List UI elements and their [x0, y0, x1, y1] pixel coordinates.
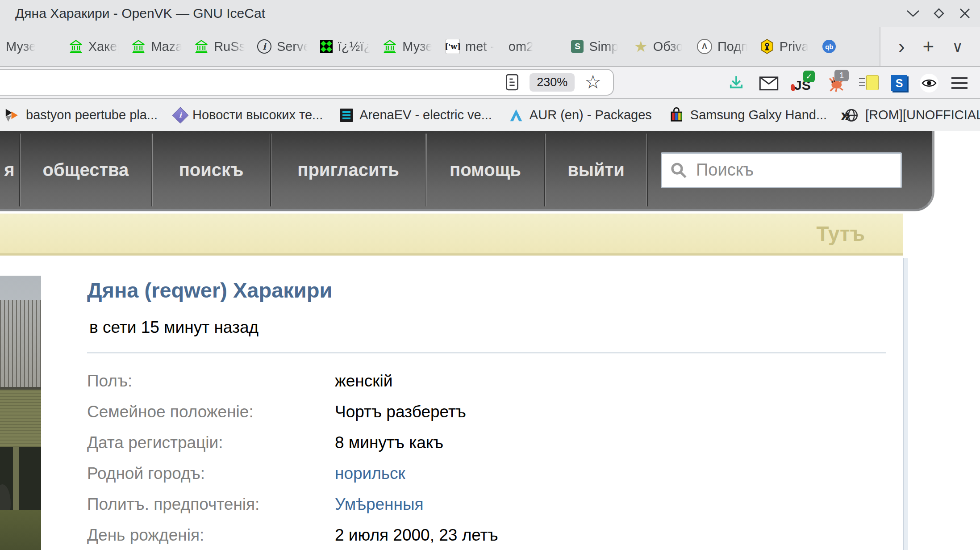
- wiktionary-icon: ['w]: [446, 39, 460, 54]
- hometown-link[interactable]: норильск: [335, 464, 405, 483]
- profile-row-registered: Дата регистраціи: 8 минутъ какъ: [87, 427, 846, 458]
- bookmark-novosti[interactable]: i Новости высоких те...: [175, 108, 323, 122]
- url-bar[interactable]: 230% ☆: [0, 69, 614, 96]
- new-tab-button[interactable]: +: [923, 37, 934, 56]
- avatar-photo[interactable]: [0, 276, 41, 550]
- compass-circle-icon: Λ: [697, 39, 712, 54]
- bank-icon: [194, 39, 209, 54]
- reader-mode-icon[interactable]: [505, 73, 520, 92]
- political-link[interactable]: Умѣренныя: [335, 495, 424, 514]
- tab-label: Serve: [277, 39, 309, 54]
- tab-met[interactable]: ['w] met -: [440, 27, 503, 66]
- downloads-button[interactable]: [727, 74, 746, 92]
- close-icon: [959, 7, 971, 20]
- arenaev-icon: [340, 109, 353, 122]
- titlebar: Дяна Харакири - OpenVK — GNU IceCat: [0, 0, 980, 27]
- bookmark-aur[interactable]: AUR (en) - Packages: [509, 108, 652, 122]
- site-banner: Тутъ: [0, 214, 903, 256]
- profile-row-hometown: Родной городъ: норильск: [87, 458, 846, 489]
- tab-label: Музе: [402, 39, 433, 54]
- arch-linux-icon: [509, 108, 523, 122]
- bookmark-rom[interactable]: [ROM][UNOFFICIAL][...: [844, 108, 980, 123]
- tab-muze-2[interactable]: Музе: [377, 27, 440, 66]
- tab-label: om2: [509, 39, 534, 54]
- menu-button[interactable]: [951, 77, 967, 89]
- profile-row-gender: Полъ: женскій: [87, 365, 846, 396]
- bookmarks-bar: bastyon peertube pla... i Новости высоки…: [0, 99, 980, 131]
- tab-label: Подп: [717, 39, 748, 54]
- librejs-icon[interactable]: JS ✓: [792, 73, 813, 93]
- profile-row-political: Политъ. предпочтенія: Умѣренныя: [87, 489, 846, 520]
- tab-list-dropdown-button[interactable]: ∨: [952, 39, 963, 54]
- tab-scroll-right-button[interactable]: ›: [898, 37, 905, 56]
- tab-maza[interactable]: Maza: [125, 27, 188, 66]
- diamond-icon: [932, 7, 946, 20]
- tab-strip: Музе Хакер Maza RuSs i Serve ï¿½ï¿½: [0, 27, 880, 66]
- tab-label: Priva: [780, 39, 809, 54]
- tab-label: ï¿½ï¿½: [338, 39, 371, 54]
- maximize-button[interactable]: [926, 0, 952, 27]
- tab-muze-1[interactable]: Музе: [0, 27, 63, 66]
- tab-mojibake[interactable]: ï¿½ï¿½: [314, 27, 377, 66]
- nav-item-help[interactable]: помощь: [427, 131, 544, 209]
- building-wall: [0, 390, 41, 447]
- nav-item-search[interactable]: поискъ: [153, 131, 270, 209]
- info-diamond-icon: i: [172, 107, 189, 123]
- bookmark-bastyon[interactable]: bastyon peertube pla...: [4, 108, 158, 123]
- profile-info-table: Полъ: женскій Семейное положеніе: Чортъ …: [87, 365, 846, 550]
- tab-serve[interactable]: i Serve: [251, 27, 314, 66]
- eye-icon[interactable]: [920, 74, 938, 92]
- tab-label: met -: [465, 39, 495, 54]
- bank-icon: [383, 39, 397, 54]
- bookmark-samsung[interactable]: Samsung Galxy Hand...: [669, 107, 827, 123]
- zoom-level-button[interactable]: 230%: [530, 73, 575, 92]
- tab-label: Обзо: [653, 39, 684, 54]
- tab-simp[interactable]: S Simp: [565, 27, 628, 66]
- site-search-input[interactable]: [695, 160, 876, 180]
- nav-item-groups[interactable]: общества: [21, 131, 151, 209]
- qbittorrent-icon: qb: [822, 40, 836, 53]
- tab-om2[interactable]: om2: [503, 27, 566, 66]
- count-badge: 1: [834, 70, 849, 81]
- shopping-bag-icon: [669, 107, 684, 123]
- nav-item-logout[interactable]: выйти: [546, 131, 646, 209]
- tab-haker[interactable]: Хакер: [63, 27, 126, 66]
- tab-qbittorrent[interactable]: qb: [817, 27, 880, 66]
- info-circle-icon: i: [257, 39, 271, 54]
- nav-item-partial[interactable]: я: [0, 131, 19, 209]
- s-green-icon: S: [571, 40, 584, 53]
- tab-russ[interactable]: RuSs: [188, 27, 251, 66]
- keyhole-icon: [760, 39, 774, 54]
- search-icon: [669, 161, 688, 180]
- openvk-navbar: я общества поискъ пригласить помощь выйт…: [0, 131, 934, 211]
- profile-row-birthday: День рожденія: 2 июля 2000, 23 летъ: [87, 520, 846, 550]
- tab-label: Хакер: [88, 39, 120, 54]
- bookmark-arenaev[interactable]: ArenaEV - electric ve...: [340, 108, 492, 122]
- toolbar-icons: JS ✓ 1 S: [714, 67, 980, 99]
- tab-obzo[interactable]: ★ Обзо: [628, 27, 691, 66]
- green-checker-icon: [320, 40, 333, 53]
- star-olive-icon: ★: [634, 39, 647, 54]
- close-button[interactable]: [951, 0, 978, 27]
- minimize-button[interactable]: [900, 0, 926, 27]
- s-blue-extension-icon[interactable]: S: [891, 75, 907, 91]
- mail-icon[interactable]: [759, 74, 779, 92]
- tab-priva[interactable]: Priva: [754, 27, 817, 66]
- tab-label: Музе: [6, 39, 36, 54]
- tab-label: Maza: [151, 39, 183, 54]
- site-search-box: [661, 152, 902, 188]
- bookmark-star-icon[interactable]: ☆: [584, 73, 601, 92]
- divider: [87, 352, 886, 353]
- tab-podp[interactable]: Λ Подп: [691, 27, 754, 66]
- bank-icon: [69, 39, 83, 54]
- banner-link[interactable]: Тутъ: [816, 222, 865, 246]
- bookmarks-overflow-button[interactable]: »: [841, 105, 851, 125]
- chevron-down-icon: [905, 9, 921, 18]
- tab-label: RuSs: [214, 39, 246, 54]
- online-status: в сети 15 минут назад: [89, 318, 259, 337]
- crab-extension-icon[interactable]: 1: [826, 73, 846, 93]
- nav-item-invite[interactable]: пригласить: [271, 131, 425, 209]
- check-badge: ✓: [803, 71, 815, 82]
- notes-extension-icon[interactable]: [859, 75, 879, 91]
- tab-strip-controls: › + ∨: [880, 27, 980, 66]
